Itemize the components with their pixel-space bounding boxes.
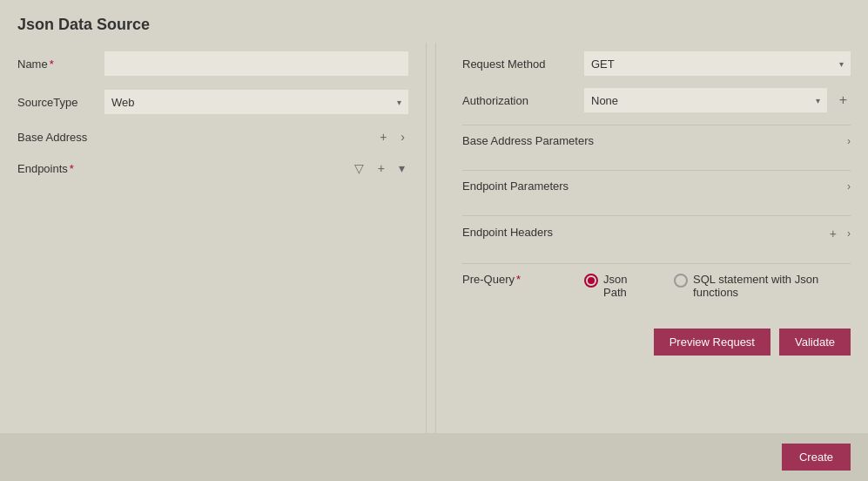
authorization-add-button[interactable]: + — [836, 91, 851, 110]
endpoints-actions: ▽ + ▾ — [351, 159, 408, 177]
radio-jsonpath-option[interactable]: Json Path — [584, 273, 648, 299]
request-method-select[interactable]: GET POST PUT DELETE — [584, 51, 851, 76]
left-panel: Name* SourceType Web File Database ▾ Bas… — [0, 43, 427, 433]
base-address-row: Base Address + › — [17, 128, 408, 146]
bottom-bar: Create — [0, 433, 868, 481]
authorization-select-wrapper: None Basic Bearer ▾ — [584, 88, 827, 112]
prequery-label: Pre-Query* — [462, 273, 584, 286]
base-address-actions: + › — [376, 128, 408, 146]
endpoint-headers-row: Endpoint Headers + › — [462, 215, 851, 251]
base-address-add-button[interactable]: + — [376, 128, 390, 146]
create-button[interactable]: Create — [782, 444, 851, 471]
sourcetype-label: SourceType — [17, 96, 96, 109]
endpoints-label: Endpoints* — [17, 162, 96, 175]
endpoint-params-chevron-icon[interactable]: › — [847, 180, 851, 193]
request-method-label: Request Method — [462, 58, 575, 71]
preview-request-button[interactable]: Preview Request — [654, 329, 770, 356]
request-method-row: Request Method GET POST PUT DELETE ▾ — [462, 51, 851, 76]
radio-jsonpath-circle — [584, 274, 598, 288]
base-address-params-label: Base Address Parameters — [462, 134, 594, 149]
base-address-params-row: Base Address Parameters › — [462, 125, 851, 158]
endpoint-params-label: Endpoint Parameters — [462, 180, 584, 194]
endpoints-chevron-button[interactable]: ▾ — [395, 159, 408, 177]
right-panel: Request Method GET POST PUT DELETE ▾ Aut… — [445, 43, 868, 433]
endpoint-params-row: Endpoint Parameters › — [462, 170, 851, 203]
endpoint-headers-add-button[interactable]: + — [826, 225, 840, 242]
base-address-expand-button[interactable]: › — [397, 128, 408, 146]
validate-button[interactable]: Validate — [779, 329, 851, 356]
sourcetype-select-wrapper: Web File Database ▾ — [104, 90, 408, 114]
prequery-options: Json Path SQL statement with Json functi… — [584, 273, 851, 299]
action-button-row: Preview Request Validate — [462, 329, 851, 356]
prequery-row: Pre-Query* Json Path SQL statement with … — [462, 263, 851, 308]
endpoint-headers-chevron-icon[interactable]: › — [847, 227, 851, 240]
authorization-select[interactable]: None Basic Bearer — [584, 88, 827, 112]
radio-jsonpath-label: Json Path — [603, 273, 648, 299]
endpoints-add-button[interactable]: + — [374, 159, 388, 177]
page-title: Json Data Source — [0, 0, 868, 43]
sourcetype-row: SourceType Web File Database ▾ — [17, 90, 408, 114]
endpoint-headers-actions: + › — [826, 225, 851, 242]
endpoints-filter-button[interactable]: ▽ — [351, 159, 367, 177]
name-input[interactable] — [104, 51, 408, 76]
name-row: Name* — [17, 51, 408, 76]
radio-sql-circle — [674, 274, 688, 288]
base-address-params-chevron-icon[interactable]: › — [847, 135, 851, 147]
authorization-label: Authorization — [462, 94, 575, 107]
panel-divider — [435, 43, 436, 433]
request-method-select-wrapper: GET POST PUT DELETE ▾ — [584, 51, 851, 76]
authorization-row: Authorization None Basic Bearer ▾ + — [462, 88, 851, 112]
sourcetype-select[interactable]: Web File Database — [104, 90, 408, 114]
name-label: Name* — [17, 58, 96, 71]
radio-sql-option[interactable]: SQL statement with Json functions — [674, 273, 851, 299]
endpoint-headers-label: Endpoint Headers — [462, 226, 584, 240]
endpoints-row: Endpoints* ▽ + ▾ — [17, 159, 408, 177]
radio-sql-label: SQL statement with Json functions — [693, 273, 851, 299]
base-address-label: Base Address — [17, 131, 96, 144]
